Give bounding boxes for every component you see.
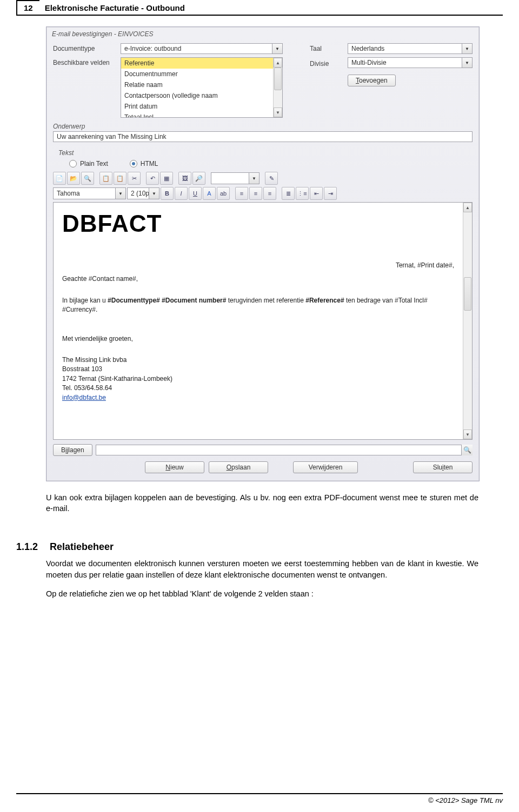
greeting-line: Geachte #Contact name#, (62, 274, 454, 284)
outdent-icon[interactable]: ⇤ (310, 187, 323, 200)
fields-listbox[interactable]: Referentie Documentnummer Relatie naam C… (121, 57, 283, 118)
section-heading: 1.1.2 Relatiebeheer (16, 541, 503, 553)
open-file-icon[interactable]: 📂 (67, 172, 80, 185)
italic-icon[interactable]: I (175, 187, 188, 200)
radio-label: HTML (141, 160, 158, 167)
radio-html[interactable]: HTML (130, 160, 158, 167)
list-item[interactable]: Documentnummer (121, 69, 273, 79)
documenttype-dropdown[interactable]: e-Invoice: outbound ▼ (121, 43, 283, 54)
image-icon[interactable]: 🖼 (178, 172, 191, 185)
footer: © <2012> Sage TML nv (16, 793, 503, 804)
listbox-scrollbar[interactable]: ▲ ▼ (273, 58, 282, 117)
section-number: 1.1.2 (16, 541, 38, 553)
align-right-icon[interactable]: ≡ (263, 187, 276, 200)
body-line: In bijlage kan u #Documenttype# #Documen… (62, 296, 454, 315)
font-name-value: Tahoma (54, 190, 115, 197)
app-window: E-mail bevestigingen - EINVOICES Documen… (46, 26, 480, 481)
new-button[interactable]: Nieuw (145, 461, 204, 473)
save-button[interactable]: Opslaan (209, 461, 268, 473)
attachments-input[interactable] (96, 445, 473, 455)
editor-toolbar-1: 📄 📂 🔍 📋 📋 ✂ ↶ ▦ 🖼 🔎 ▼ ✎ (53, 171, 473, 186)
list-item[interactable]: Contactpersoon (volledige naam (121, 90, 273, 101)
add-button[interactable]: Toevoegen (348, 75, 396, 86)
indent-icon[interactable]: ⇥ (324, 187, 337, 200)
scroll-up-icon[interactable]: ▲ (463, 203, 472, 212)
taal-dropdown[interactable]: Nederlands ▼ (348, 43, 473, 54)
text-format-radios: Plain Text HTML (53, 158, 473, 171)
signature-line: 1742 Ternat (Sint-Katharina-Lombeek) (62, 374, 454, 384)
chevron-down-icon: ▼ (149, 188, 159, 199)
underline-icon[interactable]: U (189, 187, 202, 200)
scroll-down-icon[interactable]: ▼ (463, 430, 472, 439)
preview-icon[interactable]: 🔍 (81, 172, 94, 185)
divisie-dropdown[interactable]: Multi-Divisie ▼ (348, 57, 473, 68)
subject-input[interactable]: Uw aanrekening van The Missing Link (53, 131, 473, 142)
divisie-value: Multi-Divisie (348, 59, 462, 66)
label-divisie: Divisie (310, 58, 342, 68)
highlight-icon[interactable]: ab (217, 187, 230, 200)
chevron-down-icon: ▼ (272, 44, 282, 53)
font-color-icon[interactable]: A (203, 187, 216, 200)
list-ordered-icon[interactable]: ≣ (282, 187, 295, 200)
delete-button[interactable]: Verwijderen (293, 461, 358, 473)
body-paragraph: U kan ook extra bijlagen koppelen aan de… (46, 492, 478, 514)
page-number: 12 (16, 0, 39, 16)
scroll-thumb[interactable] (274, 68, 282, 90)
align-left-icon[interactable]: ≡ (235, 187, 248, 200)
signature-line: The Missing Link bvba (62, 355, 454, 365)
chevron-down-icon: ▼ (462, 44, 472, 53)
font-size-dropdown[interactable]: 2 (10p ▼ (127, 187, 159, 199)
email-link[interactable]: info@dbfact.be (62, 394, 106, 401)
undo-icon[interactable]: ↶ (146, 172, 159, 185)
scroll-thumb[interactable] (464, 277, 471, 311)
list-item[interactable]: Totaal Incl. (121, 112, 273, 117)
paste-icon[interactable]: 📋 (114, 172, 127, 185)
chevron-down-icon: ▼ (249, 173, 259, 184)
attach-icon[interactable]: 🔎 (192, 172, 205, 185)
window-title: E-mail bevestigingen - EINVOICES (46, 27, 479, 41)
list-item[interactable]: Referentie (121, 58, 273, 69)
font-name-dropdown[interactable]: Tahoma ▼ (53, 187, 126, 199)
close-button[interactable]: Sluiten (413, 461, 473, 473)
align-center-icon[interactable]: ≡ (249, 187, 262, 200)
date-line: Ternat, #Print date#, (62, 261, 454, 270)
section-title: Relatiebeheer (50, 541, 114, 553)
page-title: Elektronische Facturatie - Outbound (39, 0, 503, 16)
label-beschikbare-velden: Beschikbare velden (53, 57, 115, 66)
search-icon[interactable]: 🔍 (461, 445, 473, 455)
signature-line: Tel. 053/64.58.64 (62, 384, 454, 393)
chevron-down-icon: ▼ (115, 188, 125, 199)
signature-line: Bosstraat 103 (62, 365, 454, 374)
label-taal: Taal (310, 43, 342, 52)
body-paragraph: Op de relatiefiche zien we op het tabbla… (46, 588, 478, 600)
editor-toolbar-2: Tahoma ▼ 2 (10p ▼ B I U A ab ≡ ≡ ≡ ≣ ⋮≡ (53, 186, 473, 201)
scroll-up-icon[interactable]: ▲ (274, 58, 282, 68)
radio-icon (130, 160, 137, 167)
bold-icon[interactable]: B (161, 187, 174, 200)
scroll-down-icon[interactable]: ▼ (274, 108, 282, 117)
chevron-down-icon: ▼ (462, 58, 472, 68)
label-onderwerp: Onderwerp (53, 121, 115, 130)
body-paragraph: Voordat we documenten elektronisch kunne… (46, 558, 478, 581)
cut-icon[interactable]: ✂ (128, 172, 141, 185)
label-tekst: Tekst (58, 147, 121, 157)
radio-icon (69, 160, 77, 167)
editor-scrollbar[interactable]: ▲ ▼ (463, 203, 472, 439)
attachments-button[interactable]: Bijlagen (53, 444, 92, 456)
redo-icon[interactable]: ▦ (160, 172, 173, 185)
radio-label: Plain Text (80, 160, 108, 167)
list-bullet-icon[interactable]: ⋮≡ (296, 187, 309, 200)
font-size-value: 2 (10p (128, 190, 149, 197)
style-dropdown[interactable]: ▼ (211, 172, 260, 184)
copy-icon[interactable]: 📋 (99, 172, 112, 185)
doc-header: 12 Elektronische Facturatie - Outbound (16, 0, 503, 16)
logo: DBFACT (62, 210, 454, 237)
new-file-icon[interactable]: 📄 (53, 172, 66, 185)
list-item[interactable]: Print datum (121, 101, 273, 112)
taal-value: Nederlands (348, 45, 462, 52)
radio-plain-text[interactable]: Plain Text (69, 160, 108, 167)
list-item[interactable]: Relatie naam (121, 79, 273, 90)
edit-icon[interactable]: ✎ (265, 172, 278, 185)
documenttype-value: e-Invoice: outbound (121, 45, 272, 52)
html-editor[interactable]: DBFACT Ternat, #Print date#, Geachte #Co… (53, 202, 473, 440)
